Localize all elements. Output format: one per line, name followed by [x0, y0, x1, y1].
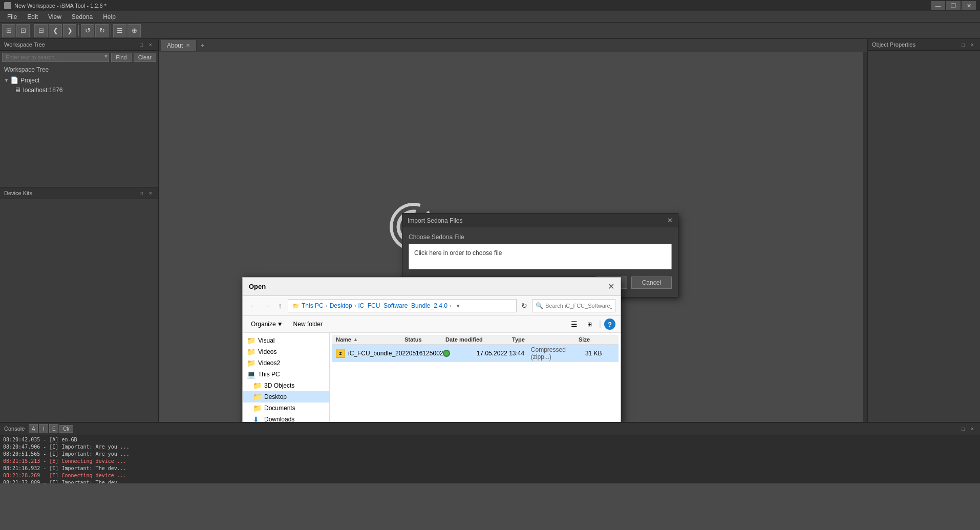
- toolbar-btn-4[interactable]: ❮: [49, 24, 62, 37]
- view-large-btn[interactable]: ⊞: [584, 318, 596, 330]
- project-label: Project: [20, 77, 39, 84]
- sidebar-item-desktop[interactable]: 📁 Desktop: [243, 391, 329, 402]
- tree-item-localhost[interactable]: 🖥 localhost:1876: [0, 85, 158, 95]
- toolbar: ⊞ ⊡ ⊟ ❮ ❯ ↺ ↻ ☰ ⊕: [0, 23, 980, 39]
- dk-minimize-btn[interactable]: □: [138, 189, 145, 197]
- header-name[interactable]: Name ▲: [336, 336, 404, 343]
- console-content: 08:20:42.035 - [A] en-GB 08:20:47.906 - …: [0, 435, 980, 483]
- restore-button[interactable]: ❐: [946, 1, 961, 10]
- obj-props-close[interactable]: ×: [969, 41, 976, 48]
- search-input-wrap: ▼: [2, 53, 109, 62]
- console-btn-clr[interactable]: Clr: [59, 425, 73, 433]
- toolbar-undo[interactable]: ↺: [81, 24, 94, 37]
- open-dialog-close-btn[interactable]: ✕: [608, 282, 614, 291]
- open-dialog-toolbar: Organize ▼ New folder ☰ ⊞ | ?: [243, 316, 621, 333]
- main-area: Workspace Tree □ × ▼ Find Clear Workspac…: [0, 39, 980, 422]
- sidebar-item-visual[interactable]: 📁 Visual: [243, 335, 329, 346]
- nav-refresh-btn[interactable]: ↻: [519, 300, 530, 311]
- panel-close-btn[interactable]: ×: [147, 41, 154, 48]
- folder-icon-3dobjects: 📁: [253, 381, 261, 390]
- header-size[interactable]: Size: [579, 336, 614, 343]
- console-minimize[interactable]: □: [960, 425, 967, 432]
- right-scrollbar[interactable]: [863, 52, 867, 422]
- dk-close-btn[interactable]: ×: [147, 189, 154, 197]
- sidebar-item-videos2[interactable]: 📁 Videos2: [243, 357, 329, 369]
- nav-search-input[interactable]: [545, 303, 612, 309]
- search-input[interactable]: [2, 53, 109, 62]
- file-row-zip[interactable]: Z iC_FCU_bundle_20220516125002 17.05.202…: [332, 345, 619, 362]
- open-dialog-title-text: Open: [249, 283, 266, 290]
- file-drop-area[interactable]: Click here in order to choose file: [409, 244, 672, 269]
- tab-about[interactable]: About ✕: [161, 40, 197, 51]
- toolbar-btn-1[interactable]: ⊞: [2, 24, 15, 37]
- view-sep: |: [599, 320, 601, 329]
- toolbar-redo[interactable]: ↻: [95, 24, 109, 37]
- import-cancel-button[interactable]: Cancel: [631, 277, 672, 289]
- new-folder-button[interactable]: New folder: [289, 320, 327, 329]
- app-icon: [4, 2, 11, 9]
- panel-minimize-btn[interactable]: □: [138, 41, 145, 48]
- minimize-button[interactable]: —: [931, 1, 945, 10]
- console-btn-a[interactable]: A: [29, 424, 38, 433]
- file-date-cell: 17.05.2022 13:44: [477, 350, 531, 357]
- close-button[interactable]: ✕: [962, 1, 976, 10]
- device-kits-title: Device Kits: [4, 190, 32, 196]
- breadcrumb-bundle[interactable]: iC_FCU_Software_Bundle_2.4.0: [358, 302, 448, 309]
- find-button[interactable]: Find: [111, 53, 131, 62]
- organize-label: Organize: [251, 321, 276, 328]
- menu-view[interactable]: View: [43, 12, 67, 22]
- tab-add-button[interactable]: +: [197, 40, 208, 51]
- title-bar: New Workspace - iSMA Tool - 1.2.6 * — ❐ …: [0, 0, 980, 11]
- sidebar-item-videos[interactable]: 📁 Videos: [243, 346, 329, 357]
- toolbar-btn-3[interactable]: ⊟: [34, 24, 48, 37]
- menu-help[interactable]: Help: [98, 12, 121, 22]
- header-type[interactable]: Type: [512, 336, 579, 343]
- nav-forward-btn[interactable]: →: [261, 300, 272, 311]
- menu-file[interactable]: File: [2, 12, 22, 22]
- console-line-2: 08:20:51.565 - [I] Important: Are you ..…: [3, 451, 977, 458]
- toolbar-btn-2[interactable]: ⊡: [16, 24, 30, 37]
- breadcrumb-sep-2: ›: [354, 302, 356, 309]
- device-kits-controls: □ ×: [138, 189, 154, 197]
- console-line-4: 08:21:16.932 - [I] Important: The dev...: [3, 465, 977, 472]
- header-status[interactable]: Status: [404, 336, 445, 343]
- file-name-text: iC_FCU_bundle_20220516125002: [348, 350, 443, 357]
- breadcrumb-thispc[interactable]: This PC: [302, 302, 324, 309]
- obj-props-minimize[interactable]: □: [960, 41, 967, 48]
- menu-edit[interactable]: Edit: [22, 12, 43, 22]
- toolbar-btn-6[interactable]: ☰: [113, 24, 126, 37]
- console-btn-i[interactable]: I: [39, 424, 48, 433]
- sidebar-item-3dobjects[interactable]: 📁 3D Objects: [243, 380, 329, 391]
- menu-sedona[interactable]: Sedona: [67, 12, 98, 22]
- device-kits-header: Device Kits □ ×: [0, 187, 158, 199]
- workspace-label: Workspace Tree: [0, 64, 158, 75]
- sidebar-item-thispc[interactable]: 💻 This PC: [243, 369, 329, 380]
- nav-search-box: 🔍: [532, 299, 615, 312]
- nav-back-btn[interactable]: ←: [248, 300, 259, 311]
- tab-about-label: About: [167, 42, 183, 49]
- workspace-tree-header: Workspace Tree □ ×: [0, 39, 158, 51]
- view-details-btn[interactable]: ☰: [568, 318, 581, 330]
- breadcrumb-desktop[interactable]: Desktop: [330, 302, 352, 309]
- tree-item-project[interactable]: ▼ 📄 Project: [0, 75, 158, 85]
- help-button[interactable]: ?: [604, 319, 615, 330]
- import-dialog-titlebar: Import Sedona Files ✕: [402, 214, 678, 227]
- sidebar-item-documents[interactable]: 📁 Documents: [243, 402, 329, 414]
- file-type-cell: Compressed (zipp...): [531, 346, 585, 361]
- console-btn-e[interactable]: E: [49, 424, 58, 433]
- console-close[interactable]: ×: [969, 425, 976, 432]
- folder-icon-documents: 📁: [253, 404, 261, 412]
- clear-button[interactable]: Clear: [134, 53, 156, 62]
- search-dropdown-btn[interactable]: ▼: [103, 54, 108, 59]
- toolbar-btn-5[interactable]: ❯: [63, 24, 76, 37]
- file-list-header: Name ▲ Status Date modified Type Size: [332, 335, 619, 345]
- breadcrumb-dropdown-btn[interactable]: ▼: [454, 303, 463, 309]
- header-date[interactable]: Date modified: [445, 336, 512, 343]
- nav-up-btn[interactable]: ↑: [274, 300, 286, 311]
- sidebar-item-downloads[interactable]: ⬇ Downloads: [243, 414, 329, 422]
- project-icon: 📄: [10, 76, 18, 84]
- toolbar-btn-7[interactable]: ⊕: [127, 24, 141, 37]
- tab-about-close[interactable]: ✕: [186, 43, 190, 48]
- import-dialog-close[interactable]: ✕: [667, 217, 673, 224]
- organize-button[interactable]: Organize ▼: [248, 320, 286, 329]
